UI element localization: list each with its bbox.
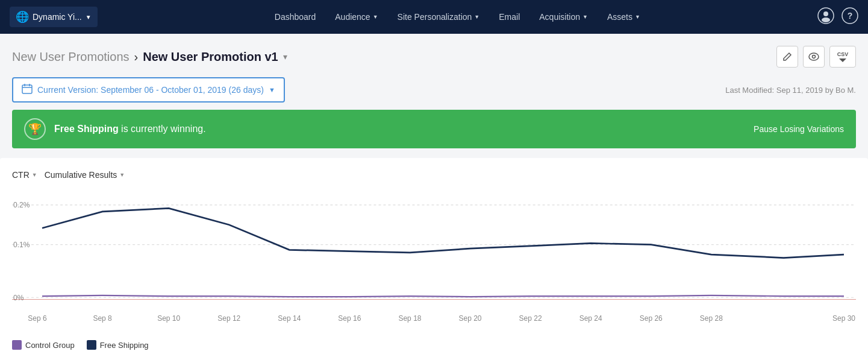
- svg-point-5: [809, 53, 819, 60]
- version-row: Current Version: September 06 - October …: [12, 77, 856, 103]
- control-group-label: Control Group: [25, 341, 75, 350]
- svg-text:0.2%: 0.2%: [13, 201, 30, 210]
- user-icon-button[interactable]: [817, 7, 834, 27]
- navbar-left: 🌐 Dynamic Yi... ▼: [10, 7, 98, 27]
- svg-text:Sep 26: Sep 26: [640, 314, 663, 323]
- svg-point-2: [822, 17, 830, 22]
- nav-assets-label: Assets: [607, 12, 632, 22]
- svg-text:0%: 0%: [13, 293, 23, 302]
- csv-label: CSV: [837, 52, 849, 57]
- view-dropdown-icon: ▼: [119, 172, 125, 178]
- last-modified-text: Last Modified: Sep 11, 2019 by Bo M.: [725, 86, 856, 95]
- edit-button[interactable]: [776, 46, 798, 68]
- calendar-icon: [22, 83, 33, 96]
- free-shipping-swatch: [87, 340, 96, 350]
- trophy-icon: 🏆: [24, 118, 46, 140]
- nav-dashboard[interactable]: Dashboard: [275, 12, 316, 22]
- winning-banner: 🏆 Free Shipping is currently winning. Pa…: [12, 110, 856, 148]
- nav-site-personalization-chevron: ▼: [474, 14, 479, 20]
- svg-text:Sep 22: Sep 22: [519, 314, 542, 323]
- nav-email[interactable]: Email: [499, 12, 520, 22]
- chart-controls: CTR ▼ Cumulative Results ▼: [12, 170, 856, 180]
- chart-section: CTR ▼ Cumulative Results ▼ 0.2% 0.1% 0%: [0, 158, 868, 360]
- banner-suffix: is currently winning.: [119, 124, 206, 134]
- chart-legend: Control Group Free Shipping: [12, 333, 856, 352]
- nav-audience[interactable]: Audience ▼: [335, 12, 378, 22]
- breadcrumb-row: New User Promotions › New User Promotion…: [12, 46, 856, 68]
- preview-button[interactable]: [803, 46, 825, 68]
- nav-audience-label: Audience: [335, 12, 370, 22]
- main-content: New User Promotions › New User Promotion…: [0, 34, 868, 360]
- brand-label: Dynamic Yi...: [33, 12, 82, 22]
- breadcrumb-parent: New User Promotions: [12, 50, 130, 64]
- svg-text:Sep 14: Sep 14: [278, 314, 301, 323]
- svg-text:Sep 30: Sep 30: [832, 314, 855, 323]
- navbar-right: ?: [817, 7, 858, 27]
- version-selector[interactable]: Current Version: September 06 - October …: [12, 77, 285, 103]
- nav-assets[interactable]: Assets ▼: [607, 12, 640, 22]
- svg-text:Sep 10: Sep 10: [157, 314, 180, 323]
- legend-free-shipping[interactable]: Free Shipping: [87, 340, 149, 350]
- nav-site-personalization[interactable]: Site Personalization ▼: [398, 12, 480, 22]
- csv-export-button[interactable]: CSV: [829, 46, 856, 68]
- svg-point-1: [823, 11, 828, 16]
- breadcrumb-current: New User Promotion v1: [143, 50, 278, 64]
- nav-acquisition-chevron: ▼: [582, 14, 588, 20]
- svg-rect-7: [22, 85, 32, 93]
- nav-assets-chevron: ▼: [635, 14, 640, 20]
- chart-container: 0.2% 0.1% 0% Sep 6 Sep 8 Sep 10 Sep 12 S…: [12, 192, 856, 333]
- navbar: 🌐 Dynamic Yi... ▼ Dashboard Audience ▼ S…: [0, 0, 868, 34]
- svg-text:0.1%: 0.1%: [13, 241, 30, 250]
- breadcrumb-separator: ›: [134, 50, 139, 64]
- nav-acquisition-label: Acquisition: [539, 12, 580, 22]
- nav-email-label: Email: [499, 12, 520, 22]
- banner-left: 🏆 Free Shipping is currently winning.: [24, 118, 206, 140]
- free-shipping-label: Free Shipping: [100, 341, 149, 350]
- svg-text:Sep 12: Sep 12: [217, 314, 240, 323]
- svg-text:Sep 24: Sep 24: [579, 314, 602, 323]
- nav-audience-chevron: ▼: [373, 14, 378, 20]
- version-dropdown-icon: ▼: [269, 86, 275, 93]
- metric-dropdown-icon: ▼: [32, 172, 37, 178]
- brand-button[interactable]: 🌐 Dynamic Yi... ▼: [10, 7, 98, 27]
- navbar-center: Dashboard Audience ▼ Site Personalizatio…: [275, 12, 640, 22]
- metric-dropdown[interactable]: CTR ▼: [12, 170, 37, 180]
- nav-site-personalization-label: Site Personalization: [398, 12, 472, 22]
- pause-losing-button[interactable]: Pause Losing Variations: [754, 124, 844, 134]
- nav-acquisition[interactable]: Acquisition ▼: [539, 12, 588, 22]
- svg-text:Sep 20: Sep 20: [459, 314, 482, 323]
- control-group-swatch: [12, 340, 22, 350]
- chart-svg: 0.2% 0.1% 0% Sep 6 Sep 8 Sep 10 Sep 12 S…: [12, 192, 856, 330]
- svg-text:Sep 18: Sep 18: [398, 314, 421, 323]
- banner-winner: Free Shipping: [54, 124, 119, 134]
- toolbar-icons: CSV: [776, 46, 856, 68]
- svg-text:Sep 28: Sep 28: [700, 314, 723, 323]
- legend-control-group[interactable]: Control Group: [12, 340, 75, 350]
- svg-text:?: ?: [848, 11, 853, 21]
- banner-text: Free Shipping is currently winning.: [54, 124, 206, 134]
- breadcrumb: New User Promotions › New User Promotion…: [12, 50, 287, 64]
- svg-point-6: [813, 55, 816, 58]
- view-label: Cumulative Results: [45, 170, 117, 180]
- nav-dashboard-label: Dashboard: [275, 12, 316, 22]
- help-icon-button[interactable]: ?: [841, 7, 858, 27]
- view-dropdown[interactable]: Cumulative Results ▼: [45, 170, 125, 180]
- brand-dropdown-icon: ▼: [86, 14, 92, 21]
- svg-text:Sep 8: Sep 8: [93, 314, 111, 323]
- svg-text:Sep 6: Sep 6: [28, 314, 46, 323]
- metric-label: CTR: [12, 170, 30, 180]
- breadcrumb-dropdown-icon[interactable]: ▾: [283, 52, 287, 62]
- version-label: Current Version: September 06 - October …: [37, 85, 264, 95]
- svg-text:Sep 16: Sep 16: [338, 314, 361, 323]
- globe-icon: 🌐: [16, 10, 29, 24]
